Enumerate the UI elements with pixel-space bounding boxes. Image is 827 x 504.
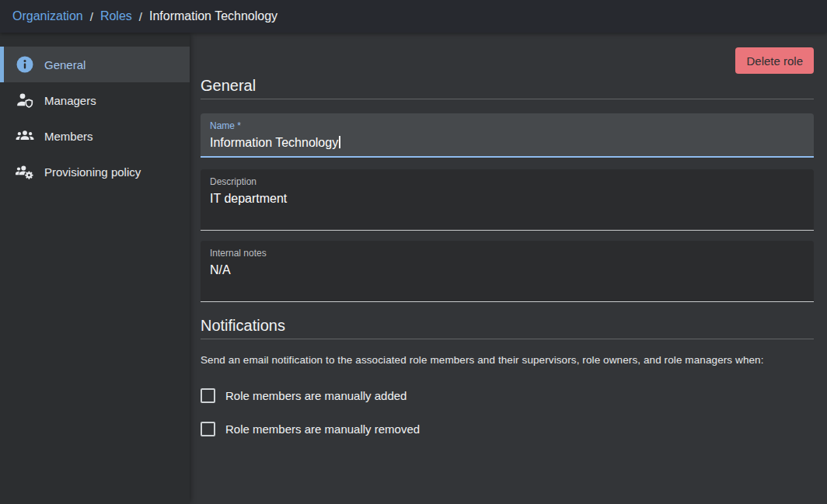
breadcrumb-link-roles[interactable]: Roles: [100, 9, 132, 23]
description-field-label: Description: [210, 176, 804, 187]
name-field-value: Information Technology: [210, 136, 338, 149]
description-field[interactable]: Description IT department: [201, 169, 814, 231]
section-divider: [201, 99, 814, 99]
breadcrumb-link-organization[interactable]: Organization: [12, 9, 83, 23]
checkbox-row-members-added[interactable]: Role members are manually added: [201, 388, 814, 403]
section-title-notifications: Notifications: [201, 317, 814, 335]
checkbox-label: Role members are manually added: [225, 389, 407, 402]
description-field-value: IT department: [210, 191, 804, 206]
people-group-icon: [16, 127, 34, 145]
sidebar-nav: General Managers: [0, 33, 190, 504]
breadcrumb-separator: /: [139, 10, 142, 23]
people-gear-icon: [16, 162, 34, 181]
breadcrumb-current-page: Information Technology: [149, 9, 277, 23]
internal-notes-field-value: N/A: [210, 262, 804, 277]
checkbox-members-added[interactable]: [201, 388, 215, 403]
sidebar-item-members[interactable]: Members: [0, 118, 190, 154]
breadcrumb-separator: /: [90, 10, 93, 23]
person-shield-icon: [16, 91, 34, 109]
delete-role-button[interactable]: Delete role: [735, 47, 814, 74]
section-title-general: General: [201, 77, 814, 95]
notifications-description: Send an email notification to the associ…: [201, 354, 814, 366]
role-detail-panel: Delete role General Name * Information T…: [190, 33, 827, 504]
sidebar-item-general[interactable]: General: [0, 47, 190, 82]
checkbox-label: Role members are manually removed: [225, 422, 420, 436]
name-field-label: Name *: [210, 120, 804, 131]
info-icon: [16, 55, 34, 74]
text-caret: [339, 136, 340, 148]
breadcrumb-bar: Organization / Roles / Information Techn…: [0, 0, 827, 33]
internal-notes-field-label: Internal notes: [210, 248, 804, 259]
sidebar-item-provisioning-policy[interactable]: Provisioning policy: [0, 154, 190, 189]
name-field[interactable]: Name * Information Technology: [201, 113, 814, 158]
sidebar-item-label: Provisioning policy: [44, 165, 141, 179]
section-divider: [201, 339, 814, 339]
checkbox-members-removed[interactable]: [201, 422, 215, 436]
checkbox-row-members-removed[interactable]: Role members are manually removed: [201, 422, 814, 436]
sidebar-item-managers[interactable]: Managers: [0, 82, 190, 118]
internal-notes-field[interactable]: Internal notes N/A: [201, 241, 814, 302]
sidebar-item-label: Managers: [44, 94, 96, 107]
sidebar-item-label: General: [44, 58, 85, 71]
sidebar-item-label: Members: [44, 130, 93, 143]
